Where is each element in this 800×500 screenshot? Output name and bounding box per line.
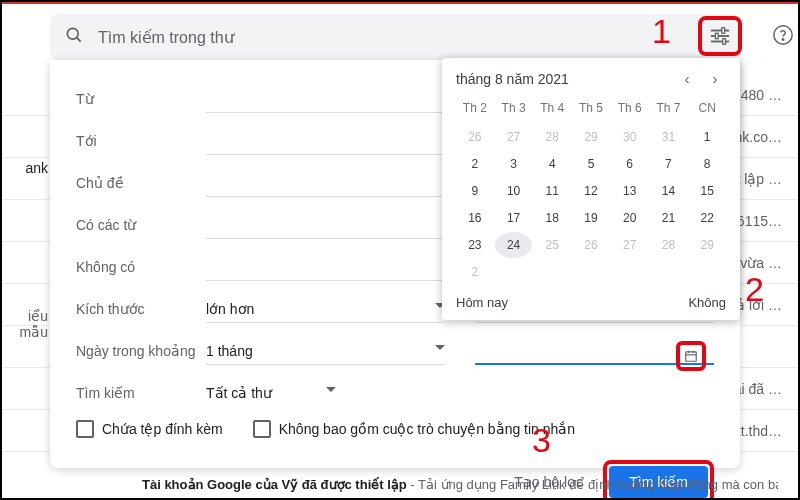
bottom-bold: Tài khoản Google của Vỹ đã được thiết lậ…: [142, 477, 407, 492]
calendar-day[interactable]: 26: [456, 124, 494, 150]
calendar-day[interactable]: 25: [533, 232, 571, 258]
from-label: Từ: [76, 91, 206, 107]
annotation-3: 3: [532, 421, 551, 460]
svg-rect-2: [711, 30, 729, 32]
calendar-day: [495, 259, 533, 285]
calendar-day[interactable]: 21: [650, 205, 688, 231]
size-operator-value: lớn hơn: [206, 301, 254, 317]
calendar-day[interactable]: 3: [495, 151, 533, 177]
svg-rect-7: [723, 39, 726, 45]
search-placeholder: Tìm kiếm trong thư: [98, 28, 726, 47]
svg-rect-6: [715, 33, 718, 39]
calendar-next-button[interactable]: ›: [704, 70, 726, 87]
bottom-email-line: Tài khoản Google của Vỹ đã được thiết lậ…: [142, 477, 778, 492]
has-attachment-label: Chứa tệp đính kèm: [102, 421, 223, 437]
calendar-dow: Th 4: [533, 95, 571, 123]
calendar-day[interactable]: 2: [456, 151, 494, 177]
calendar-day[interactable]: 29: [688, 232, 726, 258]
search-options-button[interactable]: [698, 16, 742, 56]
calendar-icon[interactable]: [676, 341, 706, 371]
calendar-prev-button[interactable]: ‹: [676, 70, 698, 87]
calendar-title: tháng 8 năm 2021: [456, 71, 569, 87]
svg-rect-10: [686, 352, 697, 361]
calendar-day[interactable]: 5: [572, 151, 610, 177]
exclude-chats-checkbox[interactable]: Không bao gồm cuộc trò chuyện bằng tin n…: [253, 420, 575, 438]
calendar-day[interactable]: 29: [572, 124, 610, 150]
calendar-day[interactable]: 7: [650, 151, 688, 177]
svg-line-1: [77, 38, 81, 42]
to-label: Tới: [76, 133, 206, 149]
calendar-dow: Th 3: [495, 95, 533, 123]
calendar-day[interactable]: 1: [688, 124, 726, 150]
doesnt-have-label: Không có: [76, 259, 206, 275]
chevron-down-icon: [435, 345, 445, 350]
calendar-day[interactable]: 13: [611, 178, 649, 204]
date-picker-field[interactable]: [475, 337, 714, 365]
left-cut-text: ank: [2, 160, 48, 176]
calendar-none-button[interactable]: Không: [688, 295, 726, 310]
calendar-dow: Th 6: [611, 95, 649, 123]
calendar-dow: Th 2: [456, 95, 494, 123]
search-icon: [64, 25, 84, 49]
calendar-day[interactable]: 17: [495, 205, 533, 231]
calendar-day: [533, 259, 571, 285]
subject-label: Chủ đề: [76, 175, 206, 191]
calendar-day[interactable]: 22: [688, 205, 726, 231]
calendar-day: [611, 259, 649, 285]
svg-point-9: [782, 39, 783, 40]
search-in-label: Tìm kiếm: [76, 385, 206, 401]
calendar-dow: Th 7: [650, 95, 688, 123]
svg-rect-4: [711, 41, 729, 43]
exclude-chats-label: Không bao gồm cuộc trò chuyện bằng tin n…: [279, 421, 575, 437]
calendar-day[interactable]: 8: [688, 151, 726, 177]
help-icon[interactable]: [772, 24, 794, 51]
annotation-2: 2: [745, 270, 764, 309]
calendar-day[interactable]: 12: [572, 178, 610, 204]
calendar-day[interactable]: 18: [533, 205, 571, 231]
checkbox-icon: [76, 420, 94, 438]
date-range-select[interactable]: 1 tháng: [206, 337, 445, 365]
calendar-day[interactable]: 14: [650, 178, 688, 204]
bottom-rest: - Tải ứng dụng Family Link để định hướng…: [407, 477, 778, 492]
calendar-day[interactable]: 27: [611, 232, 649, 258]
has-attachment-checkbox[interactable]: Chứa tệp đính kèm: [76, 420, 223, 438]
date-range-label: Ngày trong khoảng: [76, 343, 206, 359]
window-top-border: [2, 2, 798, 4]
checkbox-icon: [253, 420, 271, 438]
calendar-dow: CN: [688, 95, 726, 123]
has-words-label: Có các từ: [76, 217, 206, 233]
calendar-popover: tháng 8 năm 2021 ‹ › Th 2Th 3Th 4Th 5Th …: [442, 58, 740, 320]
calendar-day[interactable]: 9: [456, 178, 494, 204]
calendar-dow: Th 5: [572, 95, 610, 123]
calendar-day[interactable]: 20: [611, 205, 649, 231]
size-operator-select[interactable]: lớn hơn: [206, 295, 445, 323]
svg-rect-5: [722, 28, 725, 34]
calendar-day: [650, 259, 688, 285]
search-in-value: Tất cả thư: [206, 385, 272, 401]
calendar-day[interactable]: 26: [572, 232, 610, 258]
calendar-day[interactable]: 23: [456, 232, 494, 258]
calendar-day[interactable]: 2: [456, 259, 494, 285]
svg-rect-3: [711, 35, 729, 37]
calendar-day[interactable]: 16: [456, 205, 494, 231]
calendar-day[interactable]: 28: [533, 124, 571, 150]
calendar-day[interactable]: 27: [495, 124, 533, 150]
calendar-day[interactable]: 30: [611, 124, 649, 150]
calendar-day[interactable]: 31: [650, 124, 688, 150]
calendar-grid: Th 2Th 3Th 4Th 5Th 6Th 7CN26272829303112…: [456, 95, 726, 285]
calendar-day[interactable]: 24: [495, 232, 533, 258]
calendar-day[interactable]: 10: [495, 178, 533, 204]
size-label: Kích thước: [76, 301, 206, 317]
calendar-day[interactable]: 28: [650, 232, 688, 258]
calendar-day: [572, 259, 610, 285]
search-in-select[interactable]: Tất cả thư: [206, 379, 714, 407]
svg-point-0: [67, 28, 78, 39]
calendar-day[interactable]: 19: [572, 205, 610, 231]
calendar-day[interactable]: 11: [533, 178, 571, 204]
calendar-today-button[interactable]: Hôm nay: [456, 295, 508, 310]
calendar-day[interactable]: 6: [611, 151, 649, 177]
calendar-day[interactable]: 15: [688, 178, 726, 204]
search-bar[interactable]: Tìm kiếm trong thư: [50, 14, 740, 60]
left-cut-text: iểu mẫu: [2, 308, 48, 340]
calendar-day[interactable]: 4: [533, 151, 571, 177]
